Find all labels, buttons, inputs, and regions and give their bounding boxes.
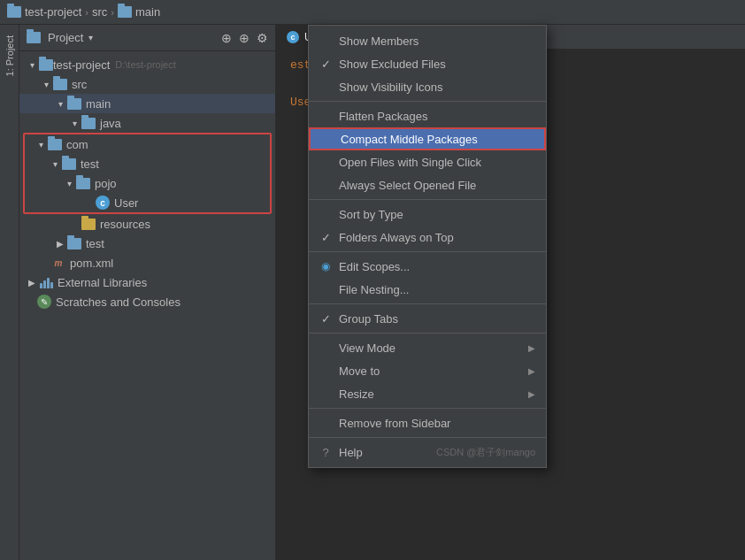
menu-item-flatten[interactable]: Flatten Packages [309, 104, 546, 127]
label-show-excluded: Show Excluded Files [339, 58, 535, 71]
menu-sep-1 [309, 101, 546, 102]
sidebar-strip: 1: Project [0, 25, 19, 560]
label-help: Help [339, 446, 429, 459]
menu-item-view-mode[interactable]: View Mode ▶ [309, 336, 546, 359]
menu-item-group-tabs[interactable]: ✓ Group Tabs [309, 307, 546, 330]
tree-item-scratches[interactable]: ✎ Scratches and Consoles [19, 292, 275, 311]
menu-sep-5 [309, 333, 546, 334]
tree-item-test-dir[interactable]: ▶ test [19, 234, 275, 253]
menu-sep-2 [309, 199, 546, 200]
test-pkg-label: test [81, 157, 99, 171]
panel-title-chevron[interactable]: ▾ [88, 33, 93, 42]
label-resize: Resize [339, 387, 521, 401]
pom-xml-icon: m [51, 256, 65, 270]
menu-item-help[interactable]: ? Help CSDN @君子剑mango [309, 441, 546, 464]
breadcrumb-project: test-project [7, 5, 81, 19]
menu-item-folders-top[interactable]: ✓ Folders Always on Top [309, 226, 546, 249]
arrow-view-mode: ▶ [528, 343, 535, 353]
test-pkg-folder-icon [62, 158, 76, 170]
tree-item-src[interactable]: ▾ src [19, 74, 275, 94]
label-show-members: Show Members [339, 35, 535, 48]
menu-item-show-members[interactable]: Show Members [309, 29, 546, 52]
breadcrumb: test-project › src › main [0, 0, 745, 25]
arrow-pojo: ▾ [64, 178, 74, 188]
tree-item-project[interactable]: ▾ test-project D:\test-project [19, 55, 275, 74]
context-menu: Show Members ✓ Show Excluded Files Show … [308, 25, 547, 468]
src-label: src [72, 78, 87, 91]
menu-item-always-select[interactable]: Always Select Opened File [309, 173, 546, 196]
tree-item-resources[interactable]: ▾ resources [19, 214, 275, 234]
breadcrumb-sep1: › [85, 7, 88, 18]
label-flatten: Flatten Packages [339, 110, 535, 123]
menu-item-compact-middle[interactable]: Compact Middle Packages [309, 127, 546, 150]
arrow-resize: ▶ [528, 389, 535, 399]
tree-item-com[interactable]: ▾ com [25, 134, 270, 154]
project-panel: Project ▾ ⊕ ⊕ ⚙ ▾ test-project D:\test-p… [19, 25, 276, 560]
menu-item-sort-type[interactable]: Sort by Type [309, 203, 546, 226]
com-folder-icon [48, 139, 62, 150]
breadcrumb-project-label[interactable]: test-project [25, 5, 81, 19]
menu-item-remove-sidebar[interactable]: Remove from Sidebar [309, 411, 546, 434]
tree-item-test-pkg[interactable]: ▾ test [25, 154, 270, 173]
menu-item-file-nesting[interactable]: File Nesting... [309, 278, 546, 301]
pojo-folder-icon [76, 178, 90, 189]
tree-content: ▾ test-project D:\test-project ▾ src ▾ m… [19, 51, 275, 560]
user-class-badge: c [96, 196, 110, 210]
panel-title-label: Project [48, 31, 83, 44]
breadcrumb-src-label[interactable]: src [92, 5, 107, 19]
java-folder-icon [81, 118, 96, 129]
menu-item-move-to[interactable]: Move to ▶ [309, 359, 546, 382]
arrow-test-pkg: ▾ [50, 158, 60, 169]
highlight-box: ▾ com ▾ test ▾ pojo [23, 133, 272, 214]
menu-item-show-visibility[interactable]: Show Visibility Icons [309, 75, 546, 98]
tree-item-java[interactable]: ▾ java [19, 113, 275, 133]
label-show-visibility: Show Visibility Icons [339, 81, 535, 94]
arrow-main: ▾ [55, 98, 65, 109]
breadcrumb-main-label[interactable]: main [135, 5, 160, 19]
src-folder-icon [53, 79, 67, 90]
project-root-icon [39, 59, 53, 71]
arrow-src: ▾ [41, 79, 51, 89]
tree-item-main[interactable]: ▾ main [19, 94, 275, 113]
label-remove-sidebar: Remove from Sidebar [339, 417, 535, 430]
arrow-project: ▾ [27, 59, 37, 70]
project-folder-icon [7, 6, 21, 18]
arrow-java: ▾ [69, 118, 80, 128]
tree-item-pojo[interactable]: ▾ pojo [25, 173, 270, 193]
resources-label: resources [100, 218, 150, 231]
panel-header: Project ▾ ⊕ ⊕ ⚙ [19, 25, 275, 51]
tree-item-ext-libs[interactable]: ▶ External Libraries [19, 272, 275, 292]
label-move-to: Move to [339, 364, 521, 378]
arrow-resources: ▾ [69, 219, 80, 229]
main-folder-icon [67, 98, 81, 110]
menu-item-open-single-click[interactable]: Open Files with Single Click [309, 150, 546, 173]
lib-icon [39, 275, 53, 289]
label-compact: Compact Middle Packages [341, 133, 534, 146]
menu-item-edit-scopes[interactable]: ◉ Edit Scopes... [309, 255, 546, 278]
menu-sep-4 [309, 303, 546, 304]
project-root-label: test-project [53, 58, 110, 72]
label-group-tabs: Group Tabs [339, 312, 535, 326]
scratches-label: Scratches and Consoles [56, 295, 180, 309]
watermark-inline: CSDN @君子剑mango [436, 446, 535, 459]
settings-icon[interactable]: ⚙ [257, 31, 268, 45]
menu-sep-3 [309, 251, 546, 252]
gear-icon[interactable]: ⊕ [221, 31, 232, 45]
arrow-com: ▾ [35, 139, 46, 150]
java-label: java [100, 117, 121, 130]
radio-edit-scopes: ◉ [319, 260, 332, 272]
breadcrumb-src: src [92, 5, 107, 19]
sidebar-label: 1: Project [4, 35, 15, 76]
tab-class-icon: c [287, 31, 299, 43]
panel-title: Project ▾ [48, 31, 214, 44]
check-folders-top: ✓ [319, 231, 332, 244]
test-dir-folder-icon [67, 238, 81, 249]
menu-item-resize[interactable]: Resize ▶ [309, 382, 546, 405]
tree-item-pom[interactable]: m pom.xml [19, 253, 275, 272]
move-icon[interactable]: ⊕ [239, 31, 250, 45]
tree-item-user[interactable]: c User [25, 193, 270, 212]
menu-item-show-excluded[interactable]: ✓ Show Excluded Files [309, 52, 546, 75]
label-folders-top: Folders Always on Top [339, 231, 535, 244]
check-group-tabs: ✓ [319, 312, 332, 326]
project-path: D:\test-project [115, 59, 175, 70]
